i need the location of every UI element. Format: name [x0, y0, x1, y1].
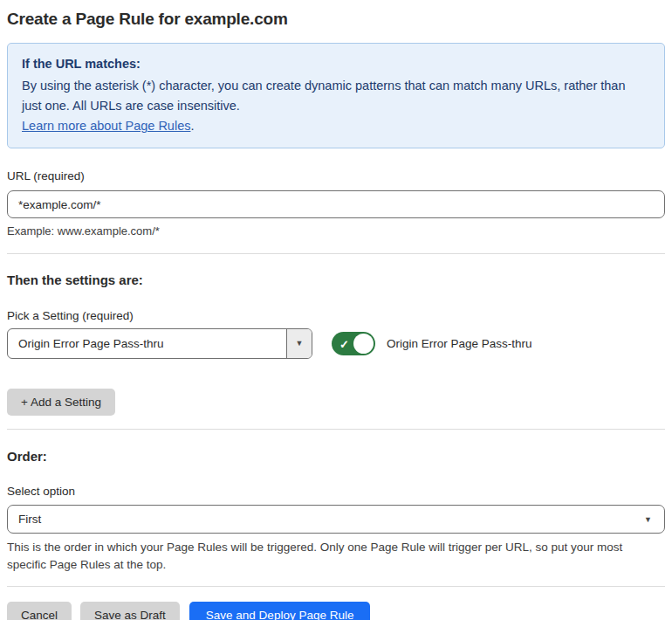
pick-setting-label: Pick a Setting (required)	[7, 309, 665, 322]
toggle-label: Origin Error Page Pass-thru	[387, 337, 532, 350]
add-setting-button[interactable]: + Add a Setting	[7, 389, 115, 416]
url-example-helper: Example: www.example.com/*	[7, 224, 665, 238]
chevron-down-icon: ▼	[296, 340, 304, 348]
save-as-draft-button[interactable]: Save as Draft	[80, 602, 180, 620]
url-field-label: URL (required)	[7, 169, 665, 183]
save-and-deploy-button[interactable]: Save and Deploy Page Rule	[189, 602, 371, 620]
order-select[interactable]: First ▼	[7, 505, 665, 534]
cancel-button[interactable]: Cancel	[7, 602, 72, 620]
select-option-label: Select option	[7, 485, 665, 498]
url-match-info-box: If the URL matches: By using the asteris…	[7, 43, 665, 148]
info-box-body: By using the asterisk (*) character, you…	[22, 76, 633, 116]
setting-dropdown[interactable]: Origin Error Page Pass-thru ▼	[7, 328, 312, 359]
check-icon: ✓	[339, 338, 349, 349]
order-select-value: First	[18, 513, 41, 526]
divider	[7, 586, 665, 587]
setting-dropdown-arrow-button[interactable]: ▼	[286, 329, 312, 358]
divider	[7, 253, 665, 254]
info-box-heading: If the URL matches:	[22, 54, 650, 74]
link-suffix-period: .	[190, 119, 194, 133]
origin-error-page-toggle[interactable]: ✓	[332, 332, 375, 355]
settings-section-heading: Then the settings are:	[7, 272, 665, 287]
divider	[7, 429, 665, 430]
toggle-knob	[353, 334, 374, 354]
setting-row: Origin Error Page Pass-thru ▼ ✓ Origin E…	[7, 328, 665, 359]
order-section-heading: Order:	[7, 449, 665, 464]
learn-more-link[interactable]: Learn more about Page Rules	[22, 119, 190, 133]
create-page-rule-form: Create a Page Rule for example.com If th…	[0, 10, 672, 620]
setting-dropdown-value: Origin Error Page Pass-thru	[8, 329, 286, 358]
footer-actions: Cancel Save as Draft Save and Deploy Pag…	[7, 602, 665, 620]
info-box-link-line: Learn more about Page Rules.	[22, 116, 650, 136]
chevron-down-icon: ▼	[644, 515, 652, 523]
page-title: Create a Page Rule for example.com	[7, 10, 665, 29]
url-input[interactable]	[7, 190, 665, 218]
order-helper-text: This is the order in which your Page Rul…	[7, 539, 653, 574]
